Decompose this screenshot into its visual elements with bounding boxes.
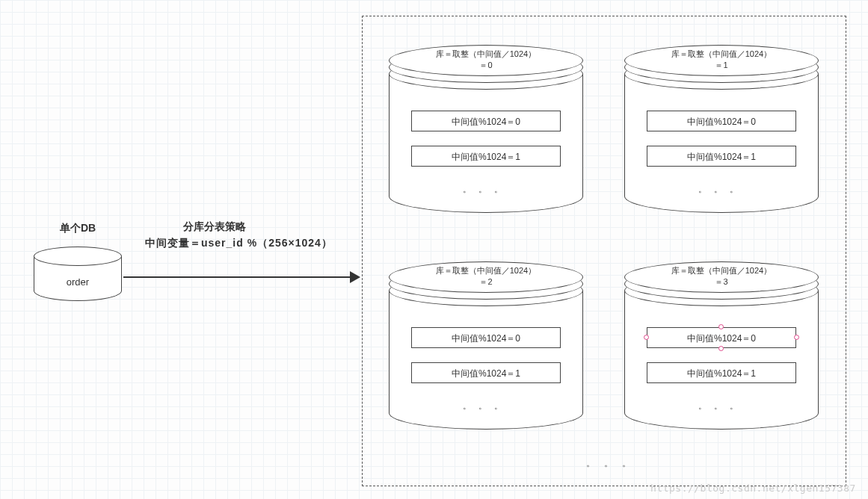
db-shard-0-dots: 。。。 — [389, 184, 583, 195]
db-shard-2: 库＝取整（中间值／1024）＝2 中间值%1024＝0 中间值%1024＝1 。… — [389, 261, 583, 430]
db-shard-1-dots: 。。。 — [624, 184, 819, 195]
db-shard-0-title: 库＝取整（中间值／1024）＝0 — [389, 49, 583, 72]
db-shard-3-table-1: 中间值%1024＝1 — [647, 362, 796, 383]
db-shard-1-table-0: 中间值%1024＝0 — [647, 111, 796, 131]
db-shard-3-title: 库＝取整（中间值／1024）＝3 — [624, 265, 819, 288]
group-ellipsis: 。。。 — [586, 457, 640, 470]
db-shard-0-table-0: 中间值%1024＝0 — [411, 111, 561, 131]
arrow-line — [123, 276, 353, 278]
single-db-title: 单个DB — [60, 222, 96, 235]
selection-handle-icon[interactable] — [718, 324, 724, 329]
single-db-cylinder: order — [34, 247, 122, 308]
db-shard-1-title: 库＝取整（中间值／1024）＝1 — [624, 49, 819, 72]
selection-handle-icon[interactable] — [718, 346, 724, 351]
db-shard-2-table-1: 中间值%1024＝1 — [411, 362, 561, 383]
db-shard-2-table-0: 中间值%1024＝0 — [411, 327, 561, 348]
db-shard-3-dots: 。。。 — [624, 400, 819, 412]
db-shard-1-table-1: 中间值%1024＝1 — [647, 146, 796, 167]
db-shard-3-table-0[interactable]: 中间值%1024＝0 — [647, 327, 796, 348]
selection-handle-icon[interactable] — [794, 335, 799, 340]
db-shard-2-title: 库＝取整（中间值／1024）＝2 — [389, 265, 583, 288]
strategy-formula: 中间变量＝user_id %（256×1024） — [145, 237, 333, 250]
arrow-head-icon — [350, 271, 360, 283]
db-shard-2-dots: 。。。 — [389, 400, 583, 412]
db-shard-1: 库＝取整（中间值／1024）＝1 中间值%1024＝0 中间值%1024＝1 。… — [624, 45, 819, 213]
selection-handle-icon[interactable] — [644, 335, 649, 340]
db-shard-3: 库＝取整（中间值／1024）＝3 中间值%1024＝0 中间值%1024＝1 。… — [624, 261, 819, 430]
watermark-text: https://blog.csdn.net/xlgen157387 — [650, 483, 856, 494]
strategy-title: 分库分表策略 — [183, 220, 246, 234]
single-db-label: order — [34, 276, 122, 288]
db-shard-0-table-1: 中间值%1024＝1 — [411, 146, 561, 167]
db-shard-0: 库＝取整（中间值／1024）＝0 中间值%1024＝0 中间值%1024＝1 。… — [389, 45, 583, 213]
